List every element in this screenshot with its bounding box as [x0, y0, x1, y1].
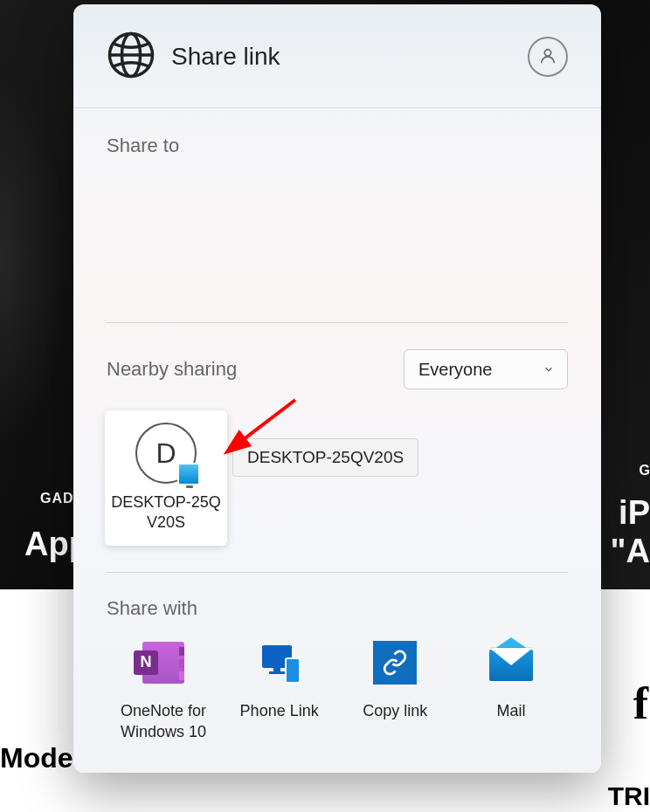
- nearby-scope-dropdown[interactable]: Everyone: [404, 349, 568, 389]
- share-app-label: Phone Link: [240, 700, 319, 721]
- nearby-devices-area: D DESKTOP-25Q V20S DESKTOP-25QV20S: [107, 389, 568, 573]
- panel-header: Share link: [73, 4, 601, 108]
- share-app-phonelink[interactable]: Phone Link: [223, 641, 336, 743]
- nearby-device-card[interactable]: D DESKTOP-25Q V20S: [105, 410, 227, 546]
- copylink-icon: [373, 641, 417, 685]
- globe-icon: [107, 31, 156, 83]
- device-tooltip: DESKTOP-25QV20S: [232, 438, 418, 477]
- device-name-label: DESKTOP-25Q V20S: [111, 492, 221, 533]
- bg-text-fragment: TRI: [608, 781, 650, 811]
- share-with-label: Share with: [107, 597, 568, 620]
- user-account-button[interactable]: [528, 37, 568, 77]
- device-avatar: D: [135, 423, 197, 484]
- share-to-label: Share to: [107, 134, 568, 157]
- dropdown-selected-value: Everyone: [418, 360, 493, 380]
- share-to-section: Share to: [73, 108, 601, 323]
- user-icon: [538, 46, 557, 68]
- share-app-label: OneNote for Windows 10: [121, 700, 206, 743]
- mail-icon: [489, 641, 533, 685]
- phonelink-icon: [258, 641, 301, 685]
- share-to-empty-area: [107, 183, 568, 323]
- chevron-down-icon: [543, 360, 555, 380]
- monitor-icon: [177, 463, 200, 485]
- share-app-copylink[interactable]: Copy link: [338, 641, 452, 743]
- onenote-icon: N: [142, 641, 185, 685]
- bg-text-fragment: GAD: [40, 491, 74, 506]
- bg-text-fragment: G: [640, 463, 650, 478]
- bg-text-fragment: iP: [619, 494, 650, 532]
- svg-point-3: [544, 49, 550, 55]
- share-app-onenote[interactable]: N OneNote for Windows 10: [107, 641, 220, 743]
- share-app-mail[interactable]: Mail: [454, 641, 568, 743]
- bg-text-fragment: Moder: [0, 742, 84, 774]
- nearby-sharing-label: Nearby sharing: [107, 358, 237, 381]
- bg-text-fragment: "A: [611, 533, 650, 570]
- device-initial: D: [156, 437, 176, 470]
- nearby-sharing-header: Nearby sharing Everyone: [73, 323, 601, 389]
- share-with-section: Share with N OneNote for Windows 10: [73, 573, 601, 743]
- panel-title: Share link: [171, 43, 528, 71]
- share-app-label: Mail: [496, 700, 525, 721]
- share-app-label: Copy link: [363, 700, 427, 721]
- bg-text-fragment: f: [633, 678, 648, 729]
- share-link-panel: Share link Share to Nearby sharing Every…: [73, 4, 601, 773]
